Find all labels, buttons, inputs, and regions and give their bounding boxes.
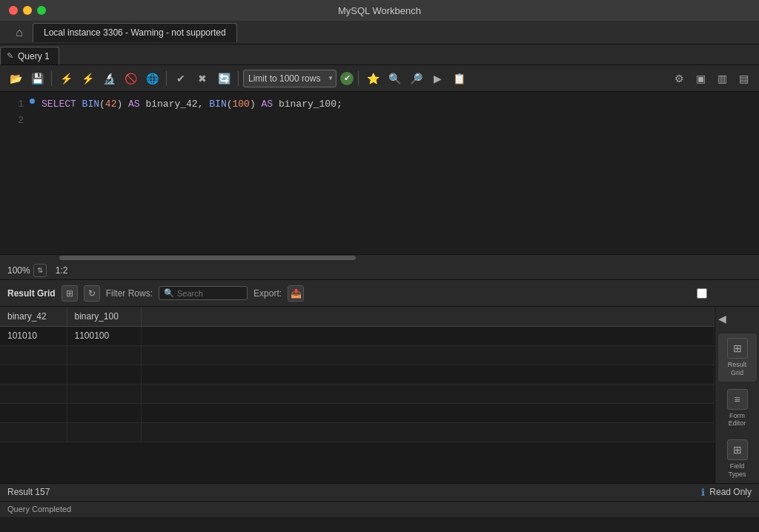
info-icon: ℹ xyxy=(701,487,705,498)
result-checkbox[interactable] xyxy=(697,288,707,299)
sql-editor-content[interactable]: SELECT BIN(42) AS binary_42, BIN(100) AS… xyxy=(36,92,759,254)
search-wrap: 🔍 xyxy=(159,286,248,300)
cell-empty-4 xyxy=(141,384,715,403)
col-header-binary100[interactable]: binary_100 xyxy=(67,307,141,326)
result-status-bar: Result 157 ℹ Read Only xyxy=(0,483,759,501)
side-panel-form-editor[interactable]: ≡ Form Editor xyxy=(718,385,757,433)
scrollbar-thumb[interactable] xyxy=(59,256,356,260)
read-only-area: ℹ Read Only xyxy=(701,487,752,498)
sql-toolbar: 📂 💾 ⚡ ⚡ 🔬 🚫 🌐 ✔ ✖ 🔄 Limit to 1000 rows N… xyxy=(0,65,759,92)
minimize-button[interactable] xyxy=(23,6,32,15)
play-button[interactable]: ▶ xyxy=(428,69,447,88)
settings-icon[interactable]: ⚙ xyxy=(669,69,689,88)
toolbar-separator xyxy=(51,71,52,86)
cell-binary100-4 xyxy=(67,384,141,403)
status-footer-text: Query Completed xyxy=(7,505,71,513)
cell-empty-3 xyxy=(141,365,715,384)
sql-alias-1: binary_42, xyxy=(145,99,209,110)
cell-binary100-5 xyxy=(67,403,141,422)
col-header-empty xyxy=(141,307,715,326)
cell-empty-6 xyxy=(141,422,715,442)
sql-as-keyword-1: AS xyxy=(128,99,145,110)
field-types-side-label: Field Types xyxy=(721,462,754,479)
format-button[interactable]: 🌐 xyxy=(142,69,162,88)
execute-button[interactable]: ⚡ xyxy=(56,69,76,88)
execute-current-button[interactable]: ⚡ xyxy=(78,69,97,88)
toolbar-separator-4 xyxy=(358,71,359,86)
form-editor-icon: ≡ xyxy=(727,389,748,410)
cancel-button[interactable]: ✖ xyxy=(193,69,212,88)
maximize-button[interactable] xyxy=(37,6,46,15)
query-tab[interactable]: ✎ Query 1 xyxy=(0,47,59,64)
col-header-binary42[interactable]: binary_42 xyxy=(0,307,67,326)
line-number-2: 2 xyxy=(0,113,24,129)
read-only-label: Read Only xyxy=(709,487,752,497)
limit-select-wrap: Limit to 1000 rows No Limit Limit to 10 … xyxy=(243,70,337,87)
horizontal-scrollbar[interactable] xyxy=(0,255,759,261)
limit-select[interactable]: Limit to 1000 rows No Limit Limit to 10 … xyxy=(243,70,337,87)
layout-btn-3[interactable]: ▤ xyxy=(734,69,753,88)
cell-binary42-3 xyxy=(0,365,67,384)
query-tab-bar: ✎ Query 1 xyxy=(0,44,759,65)
grid-view-button[interactable]: ⊞ xyxy=(62,285,78,302)
stop-button[interactable]: 🚫 xyxy=(121,69,140,88)
table-row xyxy=(0,345,715,365)
sql-editor: 1 2 SELECT BIN(42) AS binary_42, BIN(100… xyxy=(0,92,759,255)
result-grid-icon: ⊞ xyxy=(727,338,748,359)
main-result: binary_42 binary_100 101010 1100100 xyxy=(0,307,759,483)
line-number-1: 1 xyxy=(0,96,24,113)
explain-button[interactable]: 🔬 xyxy=(99,69,119,88)
star-button[interactable]: ⭐ xyxy=(363,69,382,88)
sql-line-2[interactable] xyxy=(42,113,753,129)
open-file-button[interactable]: 📂 xyxy=(6,69,25,88)
cell-binary100-3 xyxy=(67,365,141,384)
cell-binary100-2 xyxy=(67,345,141,365)
limit-check-icon: ✔ xyxy=(340,72,354,85)
toolbar-separator-2 xyxy=(166,71,167,86)
sql-line-1: SELECT BIN(42) AS binary_42, BIN(100) AS… xyxy=(42,96,753,113)
result-toolbar: Result Grid ⊞ ↻ Filter Rows: 🔍 Export: 📤 xyxy=(0,280,759,307)
side-panel-result-grid[interactable]: ⊞ Result Grid xyxy=(718,333,757,382)
cell-binary42-5 xyxy=(0,403,67,422)
result-table-area: binary_42 binary_100 101010 1100100 xyxy=(0,307,715,483)
table-row xyxy=(0,365,715,384)
connection-bar: ⌂ Local instance 3306 - Warning - not su… xyxy=(0,21,759,44)
layout-btn-2[interactable]: ▥ xyxy=(712,69,732,88)
filter-rows-label: Filter Rows: xyxy=(106,288,153,299)
refresh-button[interactable]: 🔄 xyxy=(214,69,233,88)
cell-binary42-4 xyxy=(0,384,67,403)
execution-indicator xyxy=(30,92,36,254)
cell-binary42-1[interactable]: 101010 xyxy=(0,326,67,345)
toolbar-separator-3 xyxy=(238,71,239,86)
sql-select-keyword: SELECT xyxy=(42,99,82,110)
search-input[interactable] xyxy=(177,289,236,298)
titlebar: MySQL Workbench xyxy=(0,0,759,21)
expand-panel-button[interactable]: ◀ xyxy=(715,310,729,327)
connection-tab[interactable]: Local instance 3306 - Warning - not supp… xyxy=(33,23,237,42)
zoom-value: 100% xyxy=(7,265,30,276)
inspect-button[interactable]: 🔎 xyxy=(406,69,425,88)
side-panel-field-types[interactable]: ⊞ Field Types xyxy=(718,435,757,483)
check-button[interactable]: ✔ xyxy=(171,69,190,88)
toolbar-right: ⚙ ▣ ▥ ▤ xyxy=(669,69,753,88)
snippet-button[interactable]: 📋 xyxy=(449,69,468,88)
cell-binary42-2 xyxy=(0,345,67,365)
close-button[interactable] xyxy=(9,6,18,15)
save-file-button[interactable]: 💾 xyxy=(27,69,47,88)
table-row xyxy=(0,422,715,442)
execution-dot xyxy=(30,99,35,104)
search-query-button[interactable]: 🔍 xyxy=(385,69,404,88)
table-row: 101010 1100100 xyxy=(0,326,715,345)
export-button[interactable]: 📤 xyxy=(288,285,304,302)
layout-btn-1[interactable]: ▣ xyxy=(691,69,710,88)
sql-bin-func-2: BIN xyxy=(209,99,226,110)
zoom-arrows[interactable]: ⇅ xyxy=(33,264,47,277)
cell-binary42-6 xyxy=(0,422,67,442)
cell-binary100-1[interactable]: 1100100 xyxy=(67,326,141,345)
result-count: Result 157 xyxy=(7,487,50,497)
table-row xyxy=(0,403,715,422)
line-numbers: 1 2 xyxy=(0,92,30,254)
refresh-result-button[interactable]: ↻ xyxy=(84,285,100,302)
cell-empty-1 xyxy=(141,326,715,345)
home-icon[interactable]: ⌂ xyxy=(6,22,33,43)
